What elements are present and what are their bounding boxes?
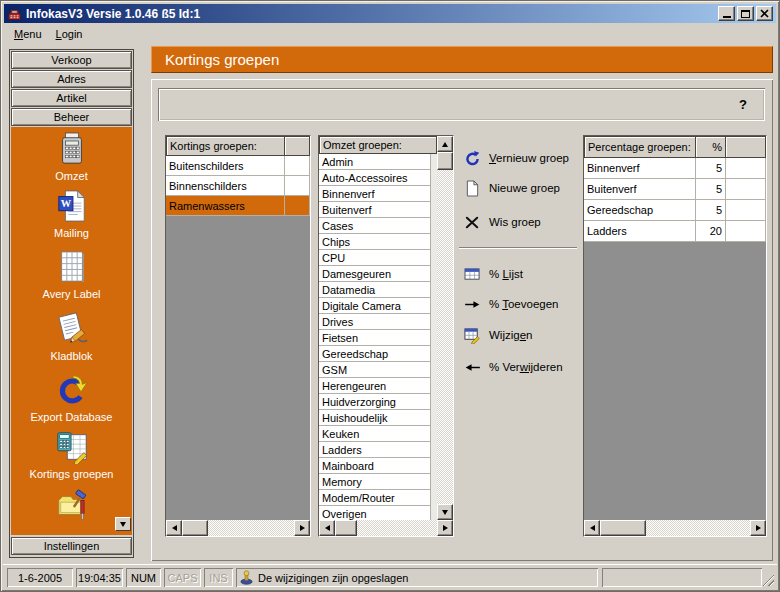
scrollbar-thumb[interactable] (600, 520, 646, 536)
vertical-scrollbar[interactable] (437, 136, 453, 520)
list-item[interactable]: Huishoudelijk (319, 410, 437, 426)
close-icon (760, 9, 769, 18)
list-item[interactable]: Binnenverf5 (584, 158, 766, 179)
help-button[interactable]: ? (735, 97, 751, 112)
list-item[interactable]: Mainboard (319, 458, 437, 474)
horizontal-scrollbar[interactable] (584, 520, 766, 536)
sidebar-tool-kladblok[interactable]: Kladblok (11, 312, 132, 362)
scrollbar-track[interactable] (357, 520, 437, 536)
column-header: Percentage groepen: (584, 136, 696, 158)
list-item[interactable]: Gereedschap5 (584, 200, 766, 221)
scroll-right-button[interactable] (294, 520, 310, 536)
close-button[interactable] (756, 6, 773, 21)
refresh-icon (463, 150, 482, 167)
action-nieuwe-groep[interactable]: Nieuwe groep (463, 177, 560, 199)
list-item[interactable]: Chips (319, 234, 437, 250)
scroll-left-button[interactable] (166, 520, 182, 536)
scrollbar-thumb[interactable] (182, 520, 208, 536)
column-header-percent: % (696, 136, 726, 158)
list-item[interactable]: Admin (319, 154, 437, 170)
list-item[interactable]: Herengeuren (319, 378, 437, 394)
scroll-down-button[interactable] (437, 504, 453, 520)
list-item[interactable]: Fietsen (319, 330, 437, 346)
minimize-button[interactable] (718, 6, 735, 21)
stamp-icon (239, 570, 254, 585)
horizontal-scrollbar[interactable] (319, 520, 453, 536)
action-percent-toevoegen[interactable]: % Toevoegen (463, 293, 559, 315)
list-item[interactable]: Overigen (319, 506, 437, 520)
scroll-right-button[interactable] (437, 520, 453, 536)
arrow-left-icon (463, 362, 482, 373)
list-item[interactable]: GSM (319, 362, 437, 378)
menu-item-login[interactable]: Login (50, 26, 91, 42)
scrollbar-thumb[interactable] (335, 520, 357, 536)
list-item[interactable]: Buitenverf5 (584, 179, 766, 200)
column-header-empty (726, 136, 766, 158)
scroll-left-button[interactable] (584, 520, 600, 536)
sidebar-tool-settings[interactable] (11, 489, 132, 527)
status-date: 1-6-2005 (7, 568, 73, 587)
action-wis-groep[interactable]: Wis groep (463, 211, 541, 233)
action-percent-lijst[interactable]: % Lijst (463, 263, 523, 285)
scroll-up-button[interactable] (437, 136, 453, 152)
chevron-down-icon (120, 522, 126, 527)
scrollbar-track[interactable] (437, 170, 453, 504)
list-item[interactable]: Digitale Camera (319, 298, 437, 314)
list-item[interactable]: Buitenverf (319, 202, 437, 218)
chevron-left-icon (172, 525, 177, 531)
toolbar-panel: ? (158, 88, 765, 121)
app-window: InfokasV3 Versie 1.0.46 ß5 Id:1 Menu Log… (0, 0, 780, 592)
omzet-groepen-list: Omzet groepen: Admin Auto-Accessoires Bi… (318, 135, 454, 537)
sidebar-tool-export-database[interactable]: Export Database (11, 373, 132, 423)
sidebar-tool-avery-label[interactable]: Avery Label (11, 250, 132, 300)
status-insert-mode: INS (204, 568, 233, 587)
menu-item-menu[interactable]: Menu (8, 26, 50, 42)
list-item[interactable]: Damesgeuren (319, 266, 437, 282)
sidebar-button-verkoop[interactable]: Verkoop (11, 51, 132, 69)
chevron-left-icon (325, 525, 330, 531)
list-item[interactable]: Datamedia (319, 282, 437, 298)
list-item[interactable]: Ladders (319, 442, 437, 458)
maximize-button[interactable] (737, 6, 754, 21)
scrollbar-thumb[interactable] (437, 152, 453, 170)
sidebar-tool-label: Kladblok (50, 350, 92, 362)
list-item[interactable]: Cases (319, 218, 437, 234)
scroll-right-button[interactable] (750, 520, 766, 536)
column-header-empty (285, 136, 310, 156)
sidebar-scroll-down-button[interactable] (115, 517, 131, 531)
sidebar-button-instellingen[interactable]: Instellingen (11, 537, 132, 555)
sidebar-button-artikel[interactable]: Artikel (11, 89, 132, 107)
list-item[interactable]: Memory (319, 474, 437, 490)
list-item[interactable]: Binnenschilders (166, 176, 310, 196)
action-vernieuw-groep[interactable]: Vernieuw groep (463, 147, 569, 169)
section-header: Kortings groepen (151, 46, 773, 73)
list-item[interactable]: Drives (319, 314, 437, 330)
list-item-selected[interactable]: Ramenwassers (166, 196, 310, 216)
scrollbar-track[interactable] (646, 520, 750, 536)
list-item[interactable]: Modem/Router (319, 490, 437, 506)
sidebar-tool-label: Omzet (55, 170, 87, 182)
resize-grip[interactable] (761, 573, 774, 586)
list-item[interactable]: Auto-Accessoires (319, 170, 437, 186)
action-wijzigen[interactable]: Wijzigen (463, 324, 532, 346)
horizontal-scrollbar[interactable] (166, 520, 310, 536)
scrollbar-track[interactable] (208, 520, 294, 536)
percent-list-icon (463, 267, 482, 282)
sidebar-button-adres[interactable]: Adres (11, 70, 132, 88)
list-item[interactable]: Ladders20 (584, 221, 766, 242)
list-item[interactable]: Huidverzorging (319, 394, 437, 410)
list-item[interactable]: CPU (319, 250, 437, 266)
list-item[interactable]: Gereedschap (319, 346, 437, 362)
sidebar-tool-area: Omzet W Mailing (11, 127, 132, 535)
list-item[interactable]: Buitenschilders (166, 156, 310, 176)
sidebar-tool-kortings-groepen[interactable]: Kortings groepen (11, 430, 132, 480)
sidebar-tool-mailing[interactable]: W Mailing (11, 189, 132, 239)
sidebar-tool-omzet[interactable]: Omzet (11, 132, 132, 182)
list-item[interactable]: Binnenverf (319, 186, 437, 202)
chevron-right-icon (443, 525, 448, 531)
list-item[interactable]: Keuken (319, 426, 437, 442)
scroll-left-button[interactable] (319, 520, 335, 536)
calculator-icon (56, 132, 88, 168)
action-percent-verwijderen[interactable]: % Verwijderen (463, 356, 563, 378)
sidebar-button-beheer[interactable]: Beheer (11, 108, 132, 126)
